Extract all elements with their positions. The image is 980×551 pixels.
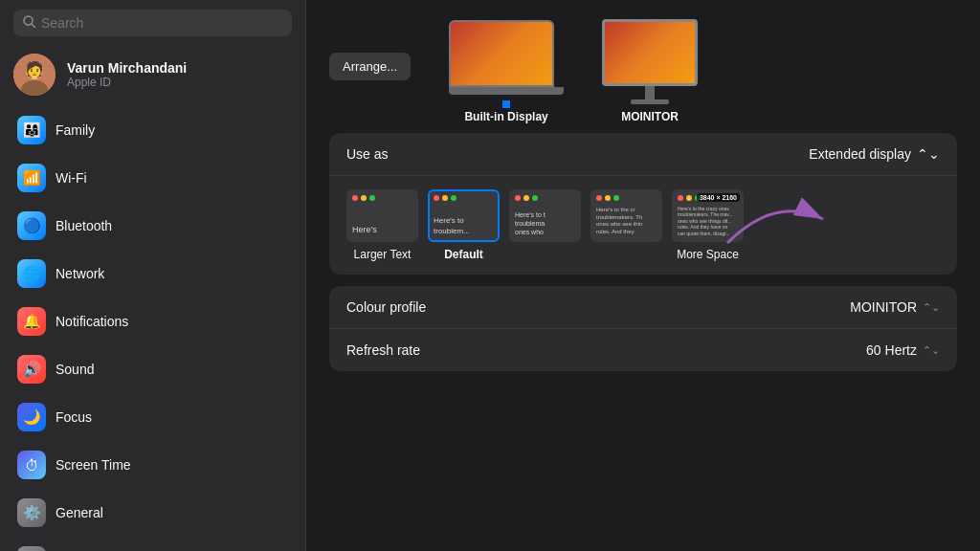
colour-profile-row: Colour profile MOINITOR ⌃⌄ — [329, 286, 957, 329]
sidebar-item-label-sound: Sound — [56, 362, 94, 377]
monitor-display-label: MOINITOR — [621, 110, 679, 123]
search-input[interactable] — [41, 15, 282, 31]
focus-icon: 🌙 — [17, 403, 46, 431]
selected-indicator — [502, 100, 510, 108]
sound-icon: 🔊 — [17, 355, 46, 384]
sidebar-item-screentime[interactable]: ⏱ Screen Time — [8, 442, 298, 488]
sidebar-item-notifications[interactable]: 🔔 Notifications — [8, 298, 298, 344]
main-content: Arrange... Built-in Display MOINITOR Use… — [306, 0, 980, 551]
arrange-button[interactable]: Arrange... — [329, 53, 411, 80]
colour-profile-value-row[interactable]: MOINITOR ⌃⌄ — [850, 299, 940, 315]
display-settings-card: Colour profile MOINITOR ⌃⌄ Refresh rate … — [329, 286, 957, 371]
apple-id-label: Apple ID — [67, 76, 187, 89]
network-icon: 🌐 — [17, 259, 46, 288]
resolution-preview-4: Here's to the crtroublemakers. Thones wh… — [590, 189, 662, 242]
resolution-preview-larger: Here's — [346, 189, 418, 242]
general-icon: ⚙️ — [17, 498, 46, 527]
colour-profile-stepper[interactable]: ⌃⌄ — [923, 301, 940, 314]
resolution-preview-default: Here's totroublem... — [428, 189, 500, 242]
svg-text:🧑: 🧑 — [25, 60, 44, 78]
resolution-label-more-space: More Space — [677, 248, 739, 261]
resolution-option-3[interactable]: Here's to ttroublemaones who — [509, 189, 581, 261]
use-as-stepper[interactable]: ⌃⌄ — [917, 146, 940, 162]
sidebar: 🧑 Varun Mirchandani Apple ID 👨‍👩‍👧 Famil… — [0, 0, 306, 551]
sidebar-item-label-network: Network — [56, 266, 104, 281]
display-item-monitor[interactable]: MOINITOR — [602, 19, 698, 123]
wifi-icon: 📶 — [17, 164, 46, 192]
search-bar — [0, 0, 305, 44]
refresh-rate-value: 60 Hertz — [866, 342, 917, 358]
resolution-label-larger: Larger Text — [354, 248, 412, 261]
use-as-row: Use as Extended display ⌃⌄ — [329, 133, 957, 176]
sidebar-item-general[interactable]: ⚙️ General — [8, 490, 298, 536]
sidebar-item-appearance[interactable]: 🎨 Appearance — [8, 538, 298, 551]
sidebar-item-label-family: Family — [56, 122, 95, 138]
sidebar-item-sound[interactable]: 🔊 Sound — [8, 346, 298, 392]
resolution-preview-more-space: Here's to the crazy onestroublemakers. T… — [672, 189, 744, 242]
sidebar-item-family[interactable]: 👨‍👩‍👧 Family — [8, 107, 298, 153]
resolution-options: Here's Larger Text Here's totroublem... … — [329, 176, 957, 275]
resolution-option-4[interactable]: Here's to the crtroublemakers. Thones wh… — [590, 189, 662, 261]
resolution-section: Here's Larger Text Here's totroublem... … — [329, 176, 957, 275]
sidebar-item-label-notifications: Notifications — [56, 314, 128, 329]
username: Varun Mirchandani — [67, 60, 187, 76]
monitor-neck — [645, 86, 655, 99]
builtin-display-label: Built-in Display — [464, 110, 547, 123]
display-item-builtin[interactable]: Built-in Display — [449, 20, 564, 123]
colour-profile-label: Colour profile — [346, 299, 426, 315]
sidebar-item-network[interactable]: 🌐 Network — [8, 251, 298, 297]
user-profile[interactable]: 🧑 Varun Mirchandani Apple ID — [0, 44, 305, 107]
sidebar-item-wifi[interactable]: 📶 Wi-Fi — [8, 155, 298, 201]
appearance-icon: 🎨 — [17, 546, 46, 551]
search-icon — [23, 14, 35, 32]
colour-profile-value: MOINITOR — [850, 299, 917, 315]
resolution-option-default[interactable]: Here's totroublem... Default — [428, 189, 500, 261]
sidebar-item-label-wifi: Wi-Fi — [56, 170, 87, 186]
family-icon: 👨‍👩‍👧 — [17, 116, 46, 144]
avatar: 🧑 — [13, 54, 56, 96]
sidebar-item-label-bluetooth: Bluetooth — [56, 218, 112, 233]
bluetooth-icon: 🔵 — [17, 211, 46, 240]
screentime-icon: ⏱ — [17, 451, 46, 479]
use-as-value-row[interactable]: Extended display ⌃⌄ — [809, 146, 940, 162]
sidebar-item-bluetooth[interactable]: 🔵 Bluetooth — [8, 203, 298, 249]
use-as-card: Use as Extended display ⌃⌄ Here's Larger… — [329, 133, 957, 275]
display-header-row: Arrange... Built-in Display MOINITOR — [329, 19, 957, 123]
user-info: Varun Mirchandani Apple ID — [67, 60, 187, 89]
refresh-rate-row: Refresh rate 60 Hertz ⌃⌄ — [329, 329, 957, 371]
sidebar-item-focus[interactable]: 🌙 Focus — [8, 394, 298, 440]
laptop-base-preview — [449, 87, 564, 95]
resolution-option-more-space[interactable]: Here's to the crazy onestroublemakers. T… — [672, 189, 744, 261]
refresh-rate-value-row[interactable]: 60 Hertz ⌃⌄ — [866, 342, 940, 358]
sidebar-items: 👨‍👩‍👧 Family 📶 Wi-Fi 🔵 Bluetooth 🌐 Netwo… — [0, 107, 305, 551]
refresh-rate-stepper[interactable]: ⌃⌄ — [923, 344, 940, 357]
sidebar-item-label-focus: Focus — [56, 409, 92, 425]
monitor-foot — [631, 99, 669, 104]
resolution-label-default: Default — [444, 248, 483, 261]
monitor-screen-preview — [602, 19, 698, 86]
resolution-badge: 3840 × 2160 — [697, 193, 740, 202]
laptop-screen-preview — [449, 20, 554, 87]
use-as-label: Use as — [346, 146, 389, 162]
svg-line-1 — [33, 25, 35, 28]
search-input-wrap[interactable] — [13, 10, 292, 36]
svg-point-0 — [24, 16, 33, 25]
resolution-preview-3: Here's to ttroublemaones who — [509, 189, 581, 242]
sidebar-item-label-screentime: Screen Time — [56, 457, 131, 473]
notifications-icon: 🔔 — [17, 307, 46, 336]
refresh-rate-label: Refresh rate — [346, 342, 420, 358]
use-as-value: Extended display — [809, 146, 911, 162]
sidebar-item-label-general: General — [56, 505, 103, 520]
resolution-option-larger[interactable]: Here's Larger Text — [346, 189, 418, 261]
